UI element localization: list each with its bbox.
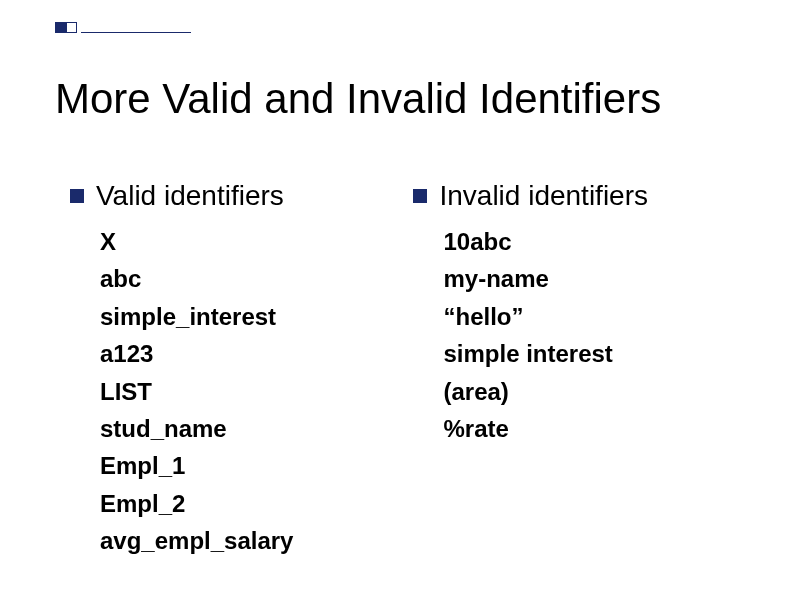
list-item: abc <box>100 263 293 295</box>
list-item: avg_empl_salary <box>100 525 293 557</box>
list-item: LIST <box>100 376 293 408</box>
list-item: my-name <box>443 263 648 295</box>
decor-square-filled <box>55 22 66 33</box>
list-item: “hello” <box>443 301 648 333</box>
slide-decoration <box>55 22 191 33</box>
valid-heading-row: Valid identifiers <box>70 180 293 212</box>
decor-line <box>81 32 191 33</box>
list-item: Empl_1 <box>100 450 293 482</box>
list-item: %rate <box>443 413 648 445</box>
decor-square-outline <box>66 22 77 33</box>
list-item: Empl_2 <box>100 488 293 520</box>
square-bullet-icon <box>413 189 427 203</box>
page-title: More Valid and Invalid Identifiers <box>55 75 661 123</box>
content-columns: Valid identifiers X abc simple_interest … <box>70 180 754 558</box>
list-item: a123 <box>100 338 293 370</box>
list-item: (area) <box>443 376 648 408</box>
valid-items: X abc simple_interest a123 LIST stud_nam… <box>100 226 293 558</box>
list-item: X <box>100 226 293 258</box>
invalid-column: Invalid identifiers 10abc my-name “hello… <box>413 180 648 558</box>
square-bullet-icon <box>70 189 84 203</box>
valid-heading: Valid identifiers <box>96 180 284 212</box>
list-item: simple interest <box>443 338 648 370</box>
invalid-heading-row: Invalid identifiers <box>413 180 648 212</box>
list-item: 10abc <box>443 226 648 258</box>
invalid-items: 10abc my-name “hello” simple interest (a… <box>443 226 648 445</box>
list-item: simple_interest <box>100 301 293 333</box>
valid-column: Valid identifiers X abc simple_interest … <box>70 180 293 558</box>
invalid-heading: Invalid identifiers <box>439 180 648 212</box>
list-item: stud_name <box>100 413 293 445</box>
